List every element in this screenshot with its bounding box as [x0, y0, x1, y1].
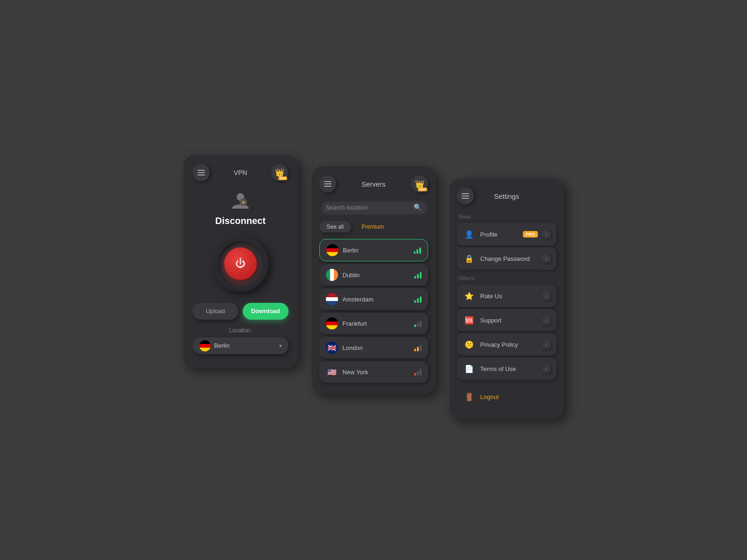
server-item-berlin[interactable]: Berlin [319, 239, 428, 261]
power-button[interactable]: ⏻ [224, 247, 257, 280]
app-scene: VPN 👑 PRO ★ Disconnect ⏻ [183, 141, 564, 419]
terms-icon: 📄 [463, 362, 476, 375]
signal-dublin [414, 271, 422, 279]
download-label: Download [251, 308, 280, 315]
settings-item-terms[interactable]: 📄 Terms of Use › [457, 357, 557, 380]
signal-new-york [414, 368, 422, 376]
chevron-right-icon: › [542, 364, 551, 373]
signal-frankfurt [414, 320, 422, 327]
settings-title: Settings [494, 192, 519, 200]
settings-header: Settings [457, 188, 557, 204]
download-button[interactable]: Download [243, 303, 289, 320]
transfer-buttons: Upload Download [193, 303, 289, 320]
rate-icon: ⭐ [463, 289, 476, 302]
power-button-outer: ⏻ [212, 236, 268, 292]
flag-ie [326, 269, 338, 281]
flag-us: 🇺🇸 [326, 366, 338, 378]
user-avatar: ★ [229, 189, 252, 212]
signal-amsterdam [414, 295, 422, 303]
pro-badge: PRO [418, 188, 427, 191]
section-others-label: Others [459, 275, 557, 281]
chevron-right-icon: › [542, 315, 551, 325]
user-avatar-icon: ★ [230, 190, 251, 210]
tab-see-all[interactable]: See all [319, 221, 352, 232]
section-basic-label: Basic [459, 214, 557, 219]
settings-item-support[interactable]: 🆘 Support › [457, 309, 557, 331]
servers-menu-button[interactable] [319, 175, 336, 192]
flag-de-2 [326, 317, 338, 329]
selected-flag [199, 340, 211, 351]
signal-london [414, 344, 422, 351]
others-settings-list: ⭐ Rate Us › 🆘 Support › 🤫 [457, 285, 557, 380]
chevron-right-icon: › [542, 291, 551, 301]
vpn-panel: VPN 👑 PRO ★ Disconnect ⏻ [183, 155, 298, 368]
flag-gb: 🇬🇧 [326, 342, 338, 354]
search-bar[interactable]: Search location 🔍 [319, 200, 428, 215]
logout-icon: 🚪 [463, 390, 476, 403]
upload-label: Upload [206, 308, 225, 315]
servers-pro-button[interactable]: 👑 PRO [411, 175, 428, 192]
privacy-icon: 🤫 [463, 338, 476, 351]
power-button-middle: ⏻ [218, 241, 263, 286]
servers-title: Servers [361, 180, 386, 188]
settings-panel: Settings Basic 👤 Profile PRO › 🔒 Change … [450, 178, 564, 419]
chevron-right-icon: › [542, 254, 551, 263]
power-icon: ⏻ [235, 258, 246, 270]
privacy-policy-label: Privacy Policy [480, 341, 518, 348]
settings-menu-button[interactable] [457, 188, 474, 204]
terms-label: Terms of Use [480, 365, 516, 372]
vpn-header: VPN 👑 PRO [193, 164, 289, 181]
server-item-dublin[interactable]: Dublin [319, 264, 428, 286]
settings-item-change-password[interactable]: 🔒 Change Password › [457, 247, 557, 270]
server-item-amsterdam[interactable]: Amsterdam [319, 288, 428, 310]
flag-nl [326, 293, 338, 305]
menu-button[interactable] [193, 164, 210, 181]
vpn-title: VPN [234, 169, 247, 176]
upload-button[interactable]: Upload [193, 303, 239, 320]
server-item-new-york[interactable]: 🇺🇸 New York [319, 361, 428, 383]
logout-item[interactable]: 🚪 Logout [457, 385, 557, 408]
server-name-frankfurt: Frankfurt [343, 320, 367, 327]
servers-header: Servers 👑 PRO [319, 175, 428, 192]
pro-crown-button[interactable]: 👑 PRO [271, 164, 288, 181]
hamburger-icon [197, 170, 205, 175]
search-placeholder: Search location [326, 204, 414, 211]
filter-tabs: See all Premium [319, 221, 428, 232]
svg-text:★: ★ [241, 200, 246, 205]
server-list: Berlin Dublin [319, 239, 428, 383]
server-item-london[interactable]: 🇬🇧 London [319, 337, 428, 358]
disconnect-label: Disconnect [193, 216, 289, 226]
profile-pro-badge: PRO [523, 231, 538, 238]
location-section: Location: Berlin ▾ [193, 327, 289, 354]
crown-icon: 👑 [275, 168, 284, 177]
profile-label: Profile [480, 231, 498, 238]
selected-city: Berlin [214, 342, 230, 349]
support-label: Support [480, 317, 502, 324]
settings-item-rate-us[interactable]: ⭐ Rate Us › [457, 285, 557, 307]
signal-berlin [414, 246, 421, 254]
server-name-new-york: New York [343, 369, 368, 376]
lock-icon: 🔒 [463, 252, 476, 265]
server-name-london: London [343, 344, 363, 351]
chevron-down-icon: ▾ [279, 343, 282, 349]
settings-item-privacy-policy[interactable]: 🤫 Privacy Policy › [457, 333, 557, 356]
change-password-label: Change Password [480, 255, 530, 262]
profile-icon: 👤 [463, 228, 476, 241]
settings-item-profile[interactable]: 👤 Profile PRO › [457, 223, 557, 245]
rate-us-label: Rate Us [480, 293, 502, 300]
support-icon: 🆘 [463, 314, 476, 327]
server-name-dublin: Dublin [343, 272, 360, 279]
server-name-berlin: Berlin [343, 247, 359, 254]
pro-badge: PRO [278, 176, 287, 180]
crown-icon: 👑 [415, 180, 424, 189]
server-name-amsterdam: Amsterdam [343, 296, 374, 303]
flag-de [326, 244, 338, 256]
hamburger-icon [324, 181, 331, 187]
user-avatar-area: ★ [193, 189, 289, 212]
tab-premium[interactable]: Premium [355, 221, 390, 232]
logout-label: Logout [480, 393, 499, 400]
location-selector[interactable]: Berlin ▾ [193, 337, 289, 354]
basic-settings-list: 👤 Profile PRO › 🔒 Change Password › [457, 223, 557, 270]
location-label: Location: [229, 327, 252, 334]
server-item-frankfurt[interactable]: Frankfurt [319, 313, 428, 334]
